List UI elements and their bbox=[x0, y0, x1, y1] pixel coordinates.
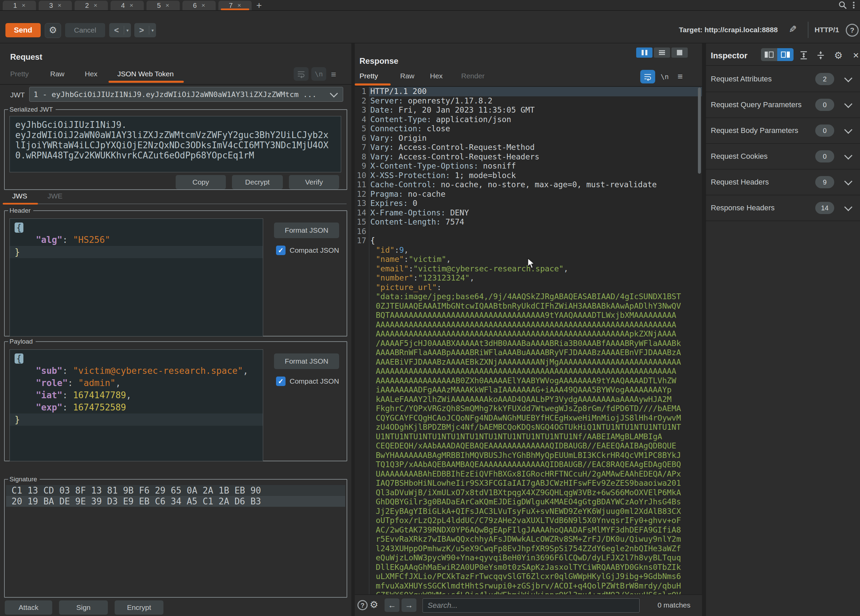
chevron-down-icon[interactable] bbox=[844, 126, 852, 134]
chevron-down-icon[interactable] bbox=[844, 74, 852, 82]
close-tab-icon[interactable]: × bbox=[237, 2, 241, 9]
search-next-button[interactable]: → bbox=[402, 598, 416, 612]
inspector-dock-toggle bbox=[761, 48, 794, 61]
response-body-line: r5EvvRaXRkz7wIBAwQQxchhyAFsJDWwkALcOWZRv… bbox=[355, 534, 702, 544]
copy-button[interactable]: Copy bbox=[176, 175, 226, 189]
inspector-section-request-headers[interactable]: Request Headers9 bbox=[706, 170, 860, 195]
dock-right-button[interactable] bbox=[777, 48, 794, 61]
inspector-settings-gear-icon[interactable]: ⚙ bbox=[832, 50, 844, 61]
search-previous-button[interactable]: ← bbox=[384, 598, 400, 612]
selected-t­ab-underline bbox=[108, 81, 184, 83]
close-tab-icon[interactable]: × bbox=[201, 2, 205, 9]
layout-single-button[interactable] bbox=[672, 47, 688, 58]
repeater-tab-6[interactable]: 6× bbox=[182, 1, 216, 10]
payload-compact-json-checkbox[interactable]: ✓ bbox=[276, 377, 286, 386]
response-body-line: AAAAAAAAAAAAAAAAAAAAAAAAAAAAAAAAAAAAAAAA… bbox=[355, 367, 702, 376]
inspector-section-count-badge: 0 bbox=[815, 124, 834, 137]
help-icon[interactable]: ? bbox=[846, 24, 858, 37]
inspector-section-request-attributes[interactable]: Request Attributes2 bbox=[706, 66, 860, 92]
wrap-lines-icon[interactable] bbox=[293, 67, 309, 81]
tab-jwe[interactable]: JWE bbox=[47, 192, 63, 200]
chevron-down-icon[interactable] bbox=[844, 203, 852, 211]
editor-menu-icon[interactable]: ≡ bbox=[678, 71, 683, 82]
show-newlines-icon[interactable]: \n bbox=[311, 67, 326, 81]
response-body-line: CQYGCAYFCQgHCAoJCQoNFg4NDAwNGhMUEBYfHCEg… bbox=[355, 413, 702, 423]
close-tab-icon[interactable]: × bbox=[94, 2, 97, 9]
send-button[interactable]: Send bbox=[5, 23, 41, 37]
repeater-tab-2[interactable]: 2× bbox=[75, 1, 108, 10]
kebab-menu-icon[interactable] bbox=[853, 0, 855, 10]
attack-button[interactable]: Attack bbox=[5, 600, 52, 614]
header-format-json-button[interactable]: Format JSON bbox=[274, 223, 339, 238]
add-tab-button[interactable]: + bbox=[252, 1, 267, 10]
jwt-payload-editor[interactable]: { "sub": "victim@cybersec-research.space… bbox=[9, 349, 263, 461]
inspector-close-icon[interactable]: × bbox=[850, 50, 860, 61]
layout-rows-button[interactable] bbox=[654, 47, 670, 58]
editor-menu-icon[interactable]: ≡ bbox=[331, 69, 336, 80]
search-icon[interactable] bbox=[838, 0, 847, 10]
inspector-section-request-query-parameters[interactable]: Request Query Parameters0 bbox=[706, 92, 860, 118]
inspector-section-label: Request Headers bbox=[711, 178, 769, 187]
tab-request-raw[interactable]: Raw bbox=[50, 70, 64, 78]
expand-all-icon[interactable] bbox=[797, 50, 810, 61]
edit-target-pencil-icon[interactable]: ✎ bbox=[789, 24, 797, 35]
send-settings-gear-icon[interactable]: ⚙ bbox=[45, 23, 61, 38]
response-body-line: /AAAAF5jcHJ0AAABXAAAAAt3dHB0AAABaAAAABRi… bbox=[355, 339, 702, 348]
jws-tab-divider bbox=[3, 204, 347, 204]
tab-response-raw[interactable]: Raw bbox=[400, 72, 414, 80]
forward-request-button[interactable]: > ▾ bbox=[134, 23, 156, 37]
repeater-tab-3[interactable]: 3× bbox=[39, 1, 72, 10]
repeater-tab-4[interactable]: 4× bbox=[111, 1, 144, 10]
signature-hex-row[interactable]: 20 19 BA DE 9E 39 D3 E9 EB C6 34 A5 C1 2… bbox=[6, 496, 345, 507]
search-settings-gear-icon[interactable]: ⚙ bbox=[370, 599, 378, 610]
payload-format-json-button[interactable]: Format JSON bbox=[274, 354, 339, 369]
search-input[interactable] bbox=[422, 598, 640, 613]
header-compact-json-checkbox[interactable]: ✓ bbox=[276, 245, 286, 255]
collapse-all-icon[interactable] bbox=[814, 50, 827, 61]
chevron-down-icon[interactable] bbox=[844, 177, 852, 185]
signature-hex-row[interactable]: C1 13 CD 03 8F 13 81 9B F6 29 65 0A 2A 1… bbox=[6, 485, 345, 496]
repeater-tab-5[interactable]: 5× bbox=[146, 1, 180, 10]
close-tab-icon[interactable]: × bbox=[165, 2, 169, 9]
chevron-down-icon[interactable] bbox=[844, 151, 852, 159]
chevron-down-icon[interactable] bbox=[844, 100, 852, 108]
inspector-section-response-headers[interactable]: Response Headers14 bbox=[706, 195, 860, 221]
serialized-jwt-line: 0.wRPNA48TgZv2KWUKKhvrkCAZut6eOdPp68YOpc… bbox=[10, 150, 341, 160]
search-help-icon[interactable]: ? bbox=[358, 600, 367, 610]
repeater-tab-1[interactable]: 1× bbox=[3, 1, 36, 10]
response-editor[interactable]: 1HTTP/1.1 2002Server: openresty/1.17.8.2… bbox=[355, 87, 702, 595]
tab-request-json-web-token[interactable]: JSON Web Token bbox=[117, 70, 174, 78]
verify-button[interactable]: Verify bbox=[289, 175, 339, 189]
response-line-13: 13Expires: 0 bbox=[355, 199, 702, 208]
repeater-toolbar: Send ⚙ Cancel < ▾ > ▾ Target: http://cra… bbox=[0, 11, 860, 43]
decrypt-button[interactable]: Decrypt bbox=[232, 175, 283, 189]
show-newlines-icon[interactable]: \n bbox=[661, 72, 669, 81]
forward-dropdown-icon[interactable]: ▾ bbox=[149, 28, 156, 33]
target-url: Target: http://crapi.local:8888 bbox=[679, 26, 778, 34]
inspector-section-request-body-parameters[interactable]: Request Body Parameters0 bbox=[706, 118, 860, 144]
http-version-label[interactable]: HTTP/1 bbox=[814, 26, 839, 34]
back-dropdown-icon[interactable]: ▾ bbox=[124, 28, 131, 33]
layout-columns-button[interactable] bbox=[636, 47, 653, 58]
jwt-select-dropdown[interactable]: 1 - eyJhbGciOiJIUzI1NiJ9.eyJzdWIiOiJ2aWN… bbox=[29, 87, 343, 102]
serialized-jwt-editor[interactable]: eyJhbGciOiJIUzI1NiJ9.eyJzdWIiOiJ2aWN0aW1… bbox=[9, 116, 341, 172]
repeater-tab-7[interactable]: 7× bbox=[218, 1, 252, 10]
tab-response-hex[interactable]: Hex bbox=[430, 72, 443, 80]
sign-button[interactable]: Sign bbox=[59, 600, 108, 614]
back-request-button[interactable]: < ▾ bbox=[109, 23, 131, 37]
cancel-button[interactable]: Cancel bbox=[65, 23, 105, 37]
dock-left-button[interactable] bbox=[761, 48, 777, 61]
jwt-header-editor[interactable]: { "alg": "HS256"} bbox=[9, 218, 263, 336]
tab-jws[interactable]: JWS bbox=[12, 192, 27, 200]
response-body-line: DllEKgAAqGhMaEwiR2A0UP0eYsm0t0zSApKzJasx… bbox=[355, 563, 702, 572]
tab-request-hex[interactable]: Hex bbox=[85, 70, 97, 78]
close-tab-icon[interactable]: × bbox=[22, 2, 25, 9]
wrap-lines-icon[interactable] bbox=[640, 70, 655, 83]
inspector-section-request-cookies[interactable]: Request Cookies0 bbox=[706, 144, 860, 170]
jwt-header-line: "alg": "HS256" bbox=[10, 234, 263, 246]
tab-response-pretty[interactable]: Pretty bbox=[359, 72, 378, 80]
close-tab-icon[interactable]: × bbox=[130, 2, 133, 9]
response-scrollbar-thumb[interactable] bbox=[698, 88, 701, 174]
close-tab-icon[interactable]: × bbox=[58, 2, 61, 9]
encrypt-button[interactable]: Encrypt bbox=[115, 600, 163, 614]
